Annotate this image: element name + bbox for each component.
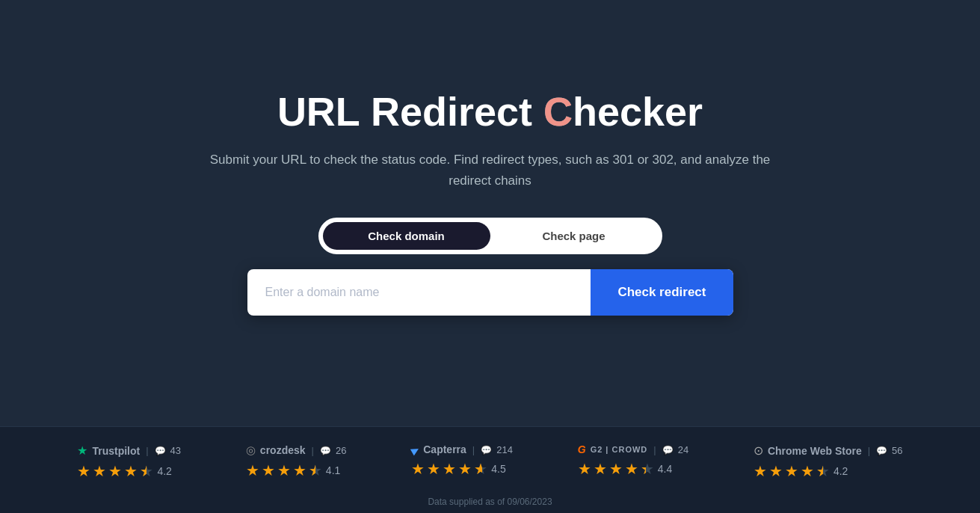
comment-icon: [662, 444, 674, 455]
comment-icon: [481, 444, 492, 455]
rating-header-capterra: Capterra | 214: [411, 443, 513, 455]
stars-row: ★ ★ ★ ★ ★★ 4.1: [246, 461, 340, 479]
star-4: ★: [293, 461, 306, 479]
star-2: ★: [427, 460, 440, 478]
platform-name: Chrome Web Store: [768, 445, 862, 457]
review-count: 56: [892, 445, 902, 456]
star-5: ★★: [641, 460, 654, 478]
platform-name: G2 | CROWD: [591, 445, 648, 454]
stars-row: ★ ★ ★ ★ ★★ 4.4: [578, 460, 672, 478]
tab-check-page[interactable]: Check page: [490, 222, 658, 250]
main-content: URL Redirect CChecker Submit your URL to…: [147, 0, 834, 426]
star-3: ★: [609, 460, 623, 478]
domain-input[interactable]: [247, 269, 591, 316]
ratings-bar: Trustpilot | 43 ★ ★ ★ ★ ★★ 4.2 crozdesk …: [0, 426, 980, 491]
star-4: ★: [625, 460, 638, 478]
star-1: ★: [77, 462, 90, 480]
tab-switcher: Check domain Check page: [318, 218, 662, 254]
rating-header-trustpilot: Trustpilot | 43: [77, 443, 181, 458]
chrome-icon: [754, 443, 763, 458]
rating-header-crozdesk: crozdesk | 26: [246, 443, 347, 457]
data-note: Data supplied as of 09/06/2023: [428, 497, 552, 507]
star-3: ★: [108, 462, 122, 480]
review-count: 24: [678, 444, 688, 455]
review-count: 43: [170, 445, 181, 456]
stars-row: ★ ★ ★ ★ ★★ 4.2: [754, 462, 848, 480]
footer-note: Data supplied as of 09/06/2023: [0, 491, 980, 513]
star-2: ★: [594, 460, 607, 478]
star-2: ★: [769, 462, 783, 480]
subtitle: Submit your URL to check the status code…: [206, 150, 774, 190]
capterra-icon: [411, 444, 419, 455]
star-1: ★: [246, 461, 259, 479]
comment-icon: [876, 445, 887, 456]
star-4: ★: [458, 460, 472, 478]
stars-row: ★ ★ ★ ★ ★★ 4.5: [411, 460, 505, 478]
rating-score: 4.2: [833, 465, 848, 477]
star-3: ★: [443, 460, 456, 478]
comment-icon: [155, 445, 166, 456]
star-1: ★: [411, 460, 425, 478]
rating-crozdesk: crozdesk | 26 ★ ★ ★ ★ ★★ 4.1: [246, 443, 347, 479]
star-2: ★: [93, 462, 106, 480]
star-4: ★: [801, 462, 814, 480]
rating-score: 4.1: [326, 464, 340, 476]
platform-name: crozdesk: [260, 444, 306, 456]
star-2: ★: [262, 461, 275, 479]
rating-trustpilot: Trustpilot | 43 ★ ★ ★ ★ ★★ 4.2: [77, 443, 181, 480]
rating-score: 4.4: [658, 463, 672, 475]
tab-check-domain[interactable]: Check domain: [323, 222, 490, 250]
star-5: ★★: [309, 461, 322, 479]
star-5: ★★: [474, 460, 487, 478]
rating-chrome-store: Chrome Web Store | 56 ★ ★ ★ ★ ★★ 4.2: [754, 443, 903, 480]
review-count: 214: [496, 444, 513, 455]
g2crowd-icon: [578, 443, 586, 455]
star-1: ★: [578, 460, 591, 478]
star-3: ★: [785, 462, 798, 480]
star-5: ★★: [816, 462, 830, 480]
rating-score: 4.5: [491, 463, 505, 475]
page-title: URL Redirect CChecker: [277, 88, 703, 135]
stars-row: ★ ★ ★ ★ ★★ 4.2: [77, 462, 171, 480]
rating-g2crowd: G2 | CROWD | 24 ★ ★ ★ ★ ★★ 4.4: [578, 443, 688, 478]
platform-name: Capterra: [423, 443, 466, 455]
star-4: ★: [124, 462, 138, 480]
search-bar: Check redirect: [247, 269, 733, 316]
rating-score: 4.2: [157, 465, 171, 477]
star-3: ★: [277, 461, 291, 479]
rating-capterra: Capterra | 214 ★ ★ ★ ★ ★★ 4.5: [411, 443, 513, 478]
rating-header-chrome: Chrome Web Store | 56: [754, 443, 903, 458]
review-count: 26: [336, 445, 346, 456]
rating-header-g2crowd: G2 | CROWD | 24: [578, 443, 688, 455]
star-5: ★★: [140, 462, 153, 480]
star-1: ★: [754, 462, 767, 480]
trustpilot-icon: [77, 443, 87, 458]
platform-name: Trustpilot: [92, 445, 140, 457]
check-redirect-button[interactable]: Check redirect: [591, 269, 733, 316]
comment-icon: [320, 445, 331, 456]
crozdesk-icon: [246, 443, 256, 457]
